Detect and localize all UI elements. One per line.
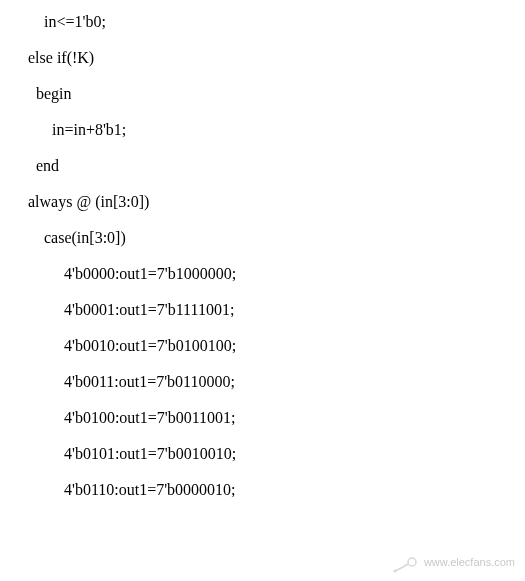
code-line: end [24,148,525,184]
logo-icon [392,549,418,575]
code-line: 4'b0100:out1=7'b0011001; [24,400,525,436]
code-block: in<=1'b0; else if(!K) begin in=in+8'b1; … [24,4,525,508]
code-line: case(in[3:0]) [24,220,525,256]
code-line: 4'b0000:out1=7'b1000000; [24,256,525,292]
watermark-text: www.elecfans.com [424,556,515,568]
code-line: in<=1'b0; [24,4,525,40]
code-line: else if(!K) [24,40,525,76]
code-line: always @ (in[3:0]) [24,184,525,220]
code-line: 4'b0110:out1=7'b0000010; [24,472,525,508]
watermark: www.elecfans.com [392,549,515,575]
code-line: 4'b0001:out1=7'b1111001; [24,292,525,328]
svg-point-0 [408,558,416,566]
code-line: 4'b0010:out1=7'b0100100; [24,328,525,364]
code-line: in=in+8'b1; [24,112,525,148]
svg-point-1 [393,570,396,573]
code-line: begin [24,76,525,112]
code-line: 4'b0011:out1=7'b0110000; [24,364,525,400]
code-line: 4'b0101:out1=7'b0010010; [24,436,525,472]
